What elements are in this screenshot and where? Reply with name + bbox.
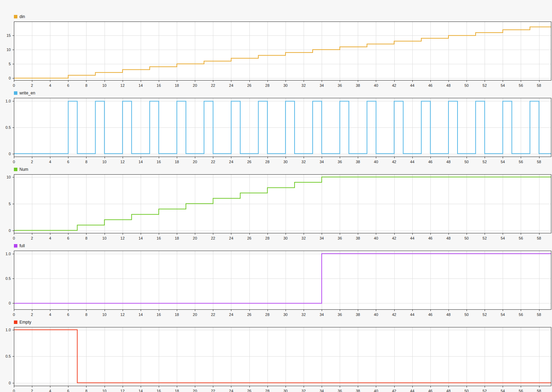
- x-tick-label: 36: [334, 160, 346, 164]
- x-tick-label: 30: [280, 389, 291, 392]
- x-tick-label: 14: [135, 312, 147, 317]
- waveform-plot-write-en[interactable]: [12, 98, 552, 159]
- x-tick-label: 56: [515, 389, 527, 392]
- x-tick-label: 24: [225, 312, 237, 317]
- x-tick-label: 28: [262, 160, 273, 164]
- x-tick-label: 50: [461, 389, 472, 392]
- x-tick-label: 42: [388, 160, 400, 164]
- x-tick-label: 46: [425, 236, 436, 240]
- x-tick-label: 58: [533, 160, 545, 164]
- x-tick-label: 46: [425, 160, 436, 164]
- x-tick-label: 2: [26, 160, 38, 164]
- x-tick-label: 8: [80, 160, 92, 164]
- x-tick-label: 46: [425, 389, 436, 392]
- x-tick-label: 16: [153, 83, 165, 87]
- x-tick-label: 38: [352, 236, 364, 240]
- y-tick-label: 0: [0, 381, 11, 385]
- x-tick-label: 42: [388, 389, 400, 392]
- y-tick-label: 0.5: [0, 354, 11, 358]
- x-tick-label: 18: [171, 236, 183, 240]
- legend-label-full: full: [19, 243, 25, 248]
- x-tick-label: 4: [44, 236, 56, 240]
- waveform-plot-din[interactable]: [12, 22, 552, 83]
- x-tick-label: 18: [171, 160, 183, 164]
- x-tick-label: 34: [316, 160, 328, 164]
- x-tick-label: 32: [298, 83, 310, 87]
- x-tick-label: 36: [334, 312, 346, 317]
- legend-write-en: write_en: [14, 90, 35, 95]
- legend-swatch-full: [14, 244, 17, 248]
- y-tick-label: 0.5: [0, 125, 11, 130]
- legend-label-din: din: [19, 14, 25, 19]
- x-tick-label: 58: [533, 312, 545, 317]
- x-tick-label: 42: [388, 83, 400, 87]
- x-tick-label: 44: [406, 236, 418, 240]
- x-tick-label: 8: [80, 312, 92, 317]
- x-tick-label: 14: [135, 389, 147, 392]
- signal-panel-din: din0510150246810121416182022242628303234…: [0, 14, 552, 90]
- x-tick-label: 34: [316, 236, 328, 240]
- y-tick-label: 1.0: [0, 99, 11, 103]
- x-tick-label: 24: [225, 236, 237, 240]
- x-tick-label: 34: [316, 83, 328, 87]
- waveform-plot-empty[interactable]: [12, 327, 552, 388]
- x-tick-label: 20: [189, 236, 201, 240]
- legend-label-num: Num: [19, 167, 28, 172]
- x-tick-label: 48: [443, 160, 454, 164]
- legend-label-write-en: write_en: [19, 91, 35, 95]
- x-tick-label: 20: [189, 389, 201, 392]
- x-tick-label: 18: [171, 312, 183, 317]
- x-tick-label: 40: [370, 389, 382, 392]
- x-tick-label: 48: [443, 389, 454, 392]
- x-tick-label: 44: [406, 389, 418, 392]
- x-tick-label: 4: [44, 389, 56, 392]
- x-tick-label: 56: [515, 160, 527, 164]
- x-tick-label: 44: [406, 312, 418, 317]
- legend-num: Num: [14, 167, 28, 172]
- x-tick-label: 36: [334, 83, 346, 87]
- legend-swatch-din: [14, 15, 17, 18]
- x-tick-label: 6: [62, 236, 74, 240]
- x-tick-label: 26: [244, 389, 255, 392]
- x-tick-label: 46: [425, 83, 436, 87]
- x-tick-label: 50: [461, 83, 472, 87]
- x-tick-label: 54: [497, 236, 509, 240]
- x-tick-label: 4: [44, 160, 56, 164]
- x-tick-label: 28: [262, 312, 273, 317]
- x-tick-label: 24: [225, 389, 237, 392]
- x-tick-label: 22: [207, 389, 219, 392]
- legend-full: full: [14, 243, 25, 248]
- x-tick-label: 48: [443, 312, 454, 317]
- x-tick-label: 44: [406, 83, 418, 87]
- x-tick-label: 12: [117, 160, 129, 164]
- x-tick-label: 24: [225, 160, 237, 164]
- y-tick-label: 15: [0, 33, 11, 37]
- x-tick-label: 12: [117, 389, 129, 392]
- x-tick-label: 6: [62, 83, 74, 87]
- y-tick-label: 5: [0, 62, 11, 66]
- y-tick-label: 1.0: [0, 328, 11, 332]
- x-tick-label: 46: [425, 312, 436, 317]
- x-tick-label: 20: [189, 160, 201, 164]
- signal-panel-write-en: write_en00.51.00246810121416182022242628…: [0, 90, 552, 167]
- x-tick-label: 54: [497, 160, 509, 164]
- x-tick-label: 28: [262, 389, 273, 392]
- x-tick-label: 0: [8, 389, 20, 392]
- x-tick-label: 26: [244, 83, 255, 87]
- x-tick-label: 14: [135, 83, 147, 87]
- x-tick-label: 0: [8, 236, 20, 240]
- x-tick-label: 42: [388, 236, 400, 240]
- x-tick-label: 28: [262, 83, 273, 87]
- x-tick-label: 8: [80, 83, 92, 87]
- x-tick-label: 16: [153, 160, 165, 164]
- x-tick-label: 54: [497, 389, 509, 392]
- x-tick-label: 4: [44, 83, 56, 87]
- x-tick-label: 10: [99, 389, 110, 392]
- x-tick-label: 52: [479, 160, 491, 164]
- waveform-plot-num[interactable]: [12, 174, 552, 235]
- x-tick-label: 56: [515, 312, 527, 317]
- x-tick-label: 6: [62, 160, 74, 164]
- y-tick-label: 10: [0, 175, 11, 179]
- waveform-plot-full[interactable]: [12, 251, 552, 312]
- x-tick-label: 34: [316, 312, 328, 317]
